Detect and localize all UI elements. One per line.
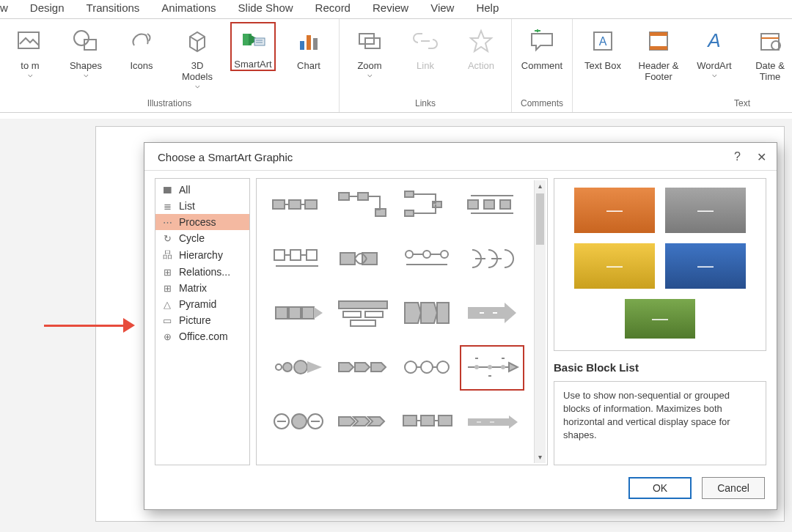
label: Shapes xyxy=(70,60,102,71)
menu-item[interactable]: Review xyxy=(373,1,408,14)
smartart-thumb[interactable] xyxy=(270,240,327,278)
cancel-button[interactable]: Cancel xyxy=(702,477,765,499)
models3d-button[interactable]: 3D Models xyxy=(175,22,220,90)
smartart-thumb[interactable] xyxy=(270,457,327,465)
scroll-thumb[interactable] xyxy=(536,193,544,245)
category-matrix[interactable]: ⊞Matrix xyxy=(155,280,249,296)
help-button[interactable]: ? xyxy=(734,150,741,164)
label: Matrix xyxy=(179,282,207,294)
smartart-thumb[interactable] xyxy=(334,186,392,224)
shapes-button[interactable]: Shapes xyxy=(63,22,109,79)
smartart-thumb[interactable] xyxy=(463,457,521,465)
category-list: ⯀All ≣List ⋯Process ↻Cycle 品Hierarchy ⊞R… xyxy=(155,178,250,465)
menu-item[interactable]: Record xyxy=(315,1,351,14)
smartart-thumb[interactable] xyxy=(399,457,456,465)
menu-item[interactable]: Transitions xyxy=(87,1,140,14)
scroll-down-icon[interactable]: ▾ xyxy=(535,451,546,463)
smartart-thumb[interactable] xyxy=(334,295,392,333)
label: Process xyxy=(179,216,216,228)
smartart-thumb[interactable] xyxy=(399,295,456,333)
ok-button[interactable]: OK xyxy=(628,477,692,499)
svg-point-79 xyxy=(292,414,307,429)
svg-point-73 xyxy=(501,365,505,369)
smartart-thumb[interactable] xyxy=(399,186,456,224)
dash: — xyxy=(697,201,714,220)
category-officecom[interactable]: ⊕Office.com xyxy=(155,328,249,344)
smartart-thumb[interactable] xyxy=(334,240,392,278)
icons-button[interactable]: Icons xyxy=(119,22,164,71)
category-all[interactable]: ⯀All xyxy=(155,182,249,198)
smartart-thumb[interactable] xyxy=(463,186,521,224)
svg-point-72 xyxy=(488,365,492,369)
headerfooter-icon xyxy=(644,26,673,56)
label: All xyxy=(179,184,191,196)
category-hierarchy[interactable]: 品Hierarchy xyxy=(155,246,249,264)
svg-rect-6 xyxy=(300,41,304,50)
datetime-button[interactable]: Date & Time xyxy=(747,22,792,82)
smartart-button[interactable]: SmartArt xyxy=(230,22,276,71)
menu-item[interactable]: Design xyxy=(30,1,65,14)
menu-item[interactable]: Help xyxy=(476,1,499,14)
svg-rect-43 xyxy=(307,250,317,260)
svg-point-67 xyxy=(405,361,417,373)
chart-button[interactable]: Chart xyxy=(286,22,331,71)
svg-rect-83 xyxy=(421,415,434,426)
category-list-item[interactable]: ≣List xyxy=(155,198,249,214)
menu-item[interactable]: w xyxy=(0,1,8,14)
smartart-thumb[interactable] xyxy=(270,186,327,224)
relationship-icon: ⊞ xyxy=(161,267,173,278)
menu-item[interactable]: Slide Show xyxy=(238,1,293,14)
category-relationship[interactable]: ⊞Relations... xyxy=(155,264,249,280)
svg-rect-61 xyxy=(351,320,375,326)
svg-rect-17 xyxy=(650,46,667,50)
star-icon xyxy=(466,26,496,56)
scroll-up-icon[interactable]: ▴ xyxy=(535,180,546,192)
svg-rect-84 xyxy=(439,415,452,426)
textbox-button[interactable]: A Text Box xyxy=(580,22,626,71)
smartart-thumb-highlighted[interactable] xyxy=(463,349,521,387)
svg-rect-7 xyxy=(307,35,311,50)
cycle-icon: ↻ xyxy=(161,233,173,244)
preview-pane: — — — — — Basic Block List Use to show n… xyxy=(554,178,766,465)
smartart-thumb[interactable] xyxy=(399,403,456,441)
category-process[interactable]: ⋯Process xyxy=(155,214,249,230)
smartart-thumb[interactable] xyxy=(463,403,521,441)
dialog-actions: OK Cancel xyxy=(144,471,777,509)
category-pyramid[interactable]: △Pyramid xyxy=(155,296,249,312)
smartart-thumb[interactable] xyxy=(399,240,456,278)
svg-point-69 xyxy=(437,361,449,373)
smartart-thumb[interactable] xyxy=(463,240,521,278)
smartart-icon xyxy=(238,25,268,54)
smartart-thumb[interactable] xyxy=(399,349,456,387)
menu-item[interactable]: Animations xyxy=(161,1,216,14)
label: Relations... xyxy=(179,266,230,278)
smartart-thumb[interactable] xyxy=(463,295,521,333)
svg-rect-16 xyxy=(650,32,667,36)
pyramid-icon: △ xyxy=(161,299,173,310)
ribbon-group-comments: Comment Comments xyxy=(512,19,573,112)
category-cycle[interactable]: ↻Cycle xyxy=(155,230,249,246)
label: Cycle xyxy=(179,232,205,244)
label: Comment xyxy=(521,60,562,71)
label: Hierarchy xyxy=(179,249,223,261)
wordart-button[interactable]: A WordArt xyxy=(692,22,737,79)
comment-button[interactable]: Comment xyxy=(519,22,565,71)
photo-album-button[interactable]: to m xyxy=(7,22,53,79)
smartart-thumb[interactable] xyxy=(334,403,392,441)
smartart-thumb[interactable] xyxy=(334,349,392,387)
label: Header & Footer xyxy=(636,60,681,82)
smartart-thumb[interactable] xyxy=(270,349,327,387)
menu-item[interactable]: View xyxy=(430,1,454,14)
category-picture[interactable]: ▭Picture xyxy=(155,312,249,328)
smartart-thumb[interactable] xyxy=(270,403,327,441)
link-icon xyxy=(411,26,440,56)
svg-rect-85 xyxy=(468,418,509,426)
list-icon: ≣ xyxy=(161,201,173,212)
zoom-button[interactable]: Zoom xyxy=(347,22,392,79)
smartart-thumb[interactable] xyxy=(270,295,327,333)
close-button[interactable]: ✕ xyxy=(757,150,766,164)
svg-rect-59 xyxy=(343,311,361,317)
smartart-thumb[interactable] xyxy=(334,457,392,465)
headerfooter-button[interactable]: Header & Footer xyxy=(636,22,681,82)
gallery-scrollbar[interactable]: ▴ ▾ xyxy=(534,180,546,463)
